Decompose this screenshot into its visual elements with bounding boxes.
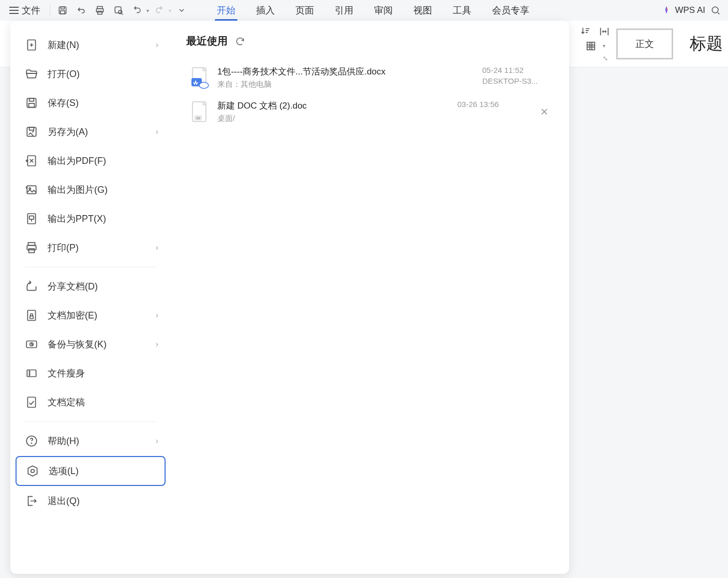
sidebar-item-save[interactable]: 保存(S)	[16, 89, 166, 117]
tab-tools[interactable]: 工具	[449, 1, 476, 20]
menu-label: 文档加密(E)	[48, 309, 97, 322]
tab-start[interactable]: 开始	[213, 1, 240, 20]
refresh-icon[interactable]	[235, 36, 245, 47]
file-time: 05-24 11:52	[482, 66, 549, 74]
sort-icon[interactable]	[580, 26, 591, 37]
ai-logo-icon	[661, 5, 672, 16]
menu-label: 新建(N)	[48, 39, 79, 51]
sidebar-item-open[interactable]: 打开(O)	[16, 60, 166, 88]
tab-view[interactable]: 视图	[409, 1, 436, 20]
fit-width-icon[interactable]	[599, 26, 610, 37]
chevron-right-icon: ›	[156, 40, 158, 50]
print-icon[interactable]	[92, 2, 108, 19]
tab-member[interactable]: 会员专享	[488, 1, 533, 20]
recent-file-item[interactable]: 1包----商务技术文件...节活动奖品供应.docx 来自：其他电脑 05-2…	[186, 60, 554, 95]
menu-label: 退出(Q)	[48, 495, 80, 507]
settings-icon	[26, 464, 39, 478]
chevron-down-icon[interactable]: ▾	[169, 8, 171, 13]
menu-label: 文件瘦身	[48, 367, 85, 379]
tab-page[interactable]: 页面	[291, 1, 318, 20]
file-info: 新建 DOC 文档 (2).doc 桌面/	[217, 100, 449, 124]
undo-sync-icon[interactable]	[73, 2, 90, 19]
svg-point-35	[199, 82, 209, 88]
backup-icon	[25, 338, 38, 351]
close-icon[interactable]	[539, 107, 549, 117]
file-time: 03-26 13:56	[457, 100, 525, 109]
ribbon-tabs: 开始 插入 页面 引用 审阅 视图 工具 会员专享	[213, 1, 533, 20]
compress-icon	[25, 367, 38, 380]
exit-icon	[25, 494, 38, 508]
sidebar-item-backup[interactable]: 备份与恢复(K) ›	[16, 330, 166, 358]
undo-icon[interactable]	[129, 2, 145, 19]
share-icon	[25, 280, 38, 293]
svg-rect-5	[98, 11, 102, 14]
svg-point-32	[31, 469, 35, 473]
chevron-down-icon[interactable]: ▾	[146, 8, 149, 13]
sidebar-item-pdf[interactable]: 输出为PDF(F)	[16, 147, 166, 175]
pdf-icon	[25, 154, 38, 168]
sidebar-item-help[interactable]: 帮助(H) ›	[16, 427, 166, 455]
search-icon[interactable]	[707, 2, 724, 19]
folder-open-icon	[25, 67, 38, 81]
menu-label: 分享文档(D)	[48, 280, 98, 293]
ribbon-icon-group: ▾ ⤡	[580, 26, 610, 62]
svg-rect-29	[27, 397, 35, 407]
preview-icon[interactable]	[110, 2, 127, 19]
wps-ai-button[interactable]: WPS AI	[661, 5, 705, 16]
svg-rect-14	[27, 127, 36, 136]
menu-label: 打印(P)	[48, 241, 79, 254]
svg-rect-13	[29, 103, 35, 108]
sidebar-item-exit[interactable]: 退出(Q)	[16, 487, 166, 515]
sidebar-item-options[interactable]: 选项(L)	[16, 456, 166, 486]
svg-rect-17	[27, 186, 36, 193]
file-menu-button[interactable]: 文件	[4, 2, 46, 19]
style-normal-button[interactable]: 正文	[616, 28, 673, 59]
divider	[25, 421, 156, 422]
menu-label: 另存为(A)	[48, 126, 88, 138]
sidebar-item-save-as[interactable]: 另存为(A) ›	[16, 118, 166, 146]
svg-rect-1	[61, 7, 65, 9]
svg-rect-9	[587, 42, 595, 50]
file-meta: 03-26 13:56	[457, 100, 525, 111]
recent-file-item[interactable]: W 新建 DOC 文档 (2).doc 桌面/ 03-26 13:56	[186, 95, 554, 129]
file-source: 来自：其他电脑	[217, 80, 474, 89]
file-label: 文件	[22, 4, 40, 17]
redo-icon[interactable]	[151, 2, 168, 19]
recent-files-panel: 最近使用 1包----商务技术文件...节活动奖品供应.docx 来自：其他电脑…	[171, 21, 569, 574]
style-heading-label[interactable]: 标题	[690, 33, 723, 55]
sidebar-item-share[interactable]: 分享文档(D)	[16, 272, 166, 300]
save-icon[interactable]	[54, 2, 71, 19]
tab-review[interactable]: 审阅	[370, 1, 397, 20]
more-chevron-icon[interactable]	[173, 2, 190, 19]
tab-insert[interactable]: 插入	[252, 1, 279, 20]
sidebar-item-new[interactable]: 新建(N) ›	[16, 31, 166, 59]
doc-icon: W	[190, 101, 209, 124]
file-name: 1包----商务技术文件...节活动奖品供应.docx	[217, 66, 474, 78]
tab-reference[interactable]: 引用	[331, 1, 358, 20]
chevron-down-icon[interactable]: ▾	[603, 43, 605, 49]
sidebar-item-encrypt[interactable]: 文档加密(E) ›	[16, 301, 166, 329]
save-icon	[25, 96, 38, 110]
sidebar-item-finalize[interactable]: 文档定稿	[16, 388, 166, 416]
expand-icon[interactable]: ⤡	[603, 55, 608, 62]
chevron-right-icon: ›	[156, 311, 158, 320]
file-dropdown-panel: 新建(N) › 打开(O) 保存(S) 另存为(A) › 输出为PDF(F) 输…	[10, 21, 569, 574]
sidebar-item-image[interactable]: 输出为图片(G)	[16, 176, 166, 204]
menu-label: 输出为图片(G)	[48, 184, 108, 196]
style-normal-label: 正文	[635, 38, 654, 50]
chevron-right-icon: ›	[156, 436, 158, 446]
chevron-right-icon: ›	[156, 243, 158, 252]
grid-icon[interactable]	[585, 40, 597, 52]
sidebar-item-print[interactable]: 打印(P) ›	[16, 234, 166, 262]
recent-title: 最近使用	[186, 34, 228, 48]
print-icon	[25, 241, 38, 254]
sidebar-item-compress[interactable]: 文件瘦身	[16, 359, 166, 387]
svg-rect-25	[30, 316, 34, 318]
file-name: 新建 DOC 文档 (2).doc	[217, 100, 449, 112]
file-info: 1包----商务技术文件...节活动奖品供应.docx 来自：其他电脑	[217, 66, 474, 89]
divider	[25, 267, 156, 267]
sidebar-item-ppt[interactable]: 输出为PPT(X)	[16, 205, 166, 233]
menu-label: 选项(L)	[49, 465, 79, 477]
content-header: 最近使用	[186, 34, 554, 48]
svg-rect-19	[27, 214, 35, 224]
